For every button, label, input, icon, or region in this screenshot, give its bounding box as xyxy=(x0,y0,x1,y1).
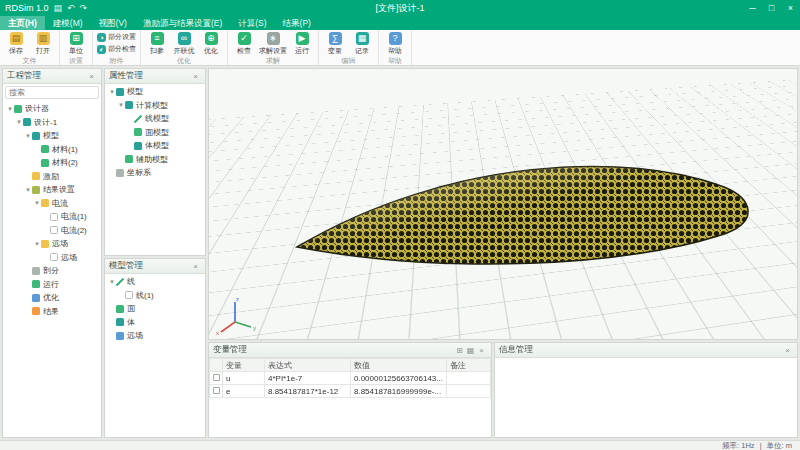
maximize-button[interactable]: □ xyxy=(762,0,781,16)
tree-item-line1[interactable]: 线(1) xyxy=(105,289,205,303)
menu-tab-view[interactable]: 视图(V) xyxy=(91,16,135,30)
expand-arrow[interactable]: ▾ xyxy=(108,88,116,96)
partial-check-button[interactable]: ◐ 部分检查 xyxy=(97,43,136,54)
tree-item-body[interactable]: 体 xyxy=(105,316,205,330)
button-label: 部分检查 xyxy=(108,44,136,54)
tree-item-model[interactable]: ▾模型 xyxy=(105,85,205,99)
variable-expression-cell[interactable]: 4*PI*1e-7 xyxy=(265,372,351,385)
expand-arrow[interactable]: ▾ xyxy=(33,199,41,207)
project-tree: ▾设计器 ▾设计-1 ▾模型 材料(1) 材料(2) 激励 ▾结果设置 ▾电流 … xyxy=(3,101,101,318)
tree-item-current[interactable]: ▾电流 xyxy=(3,197,101,211)
close-icon[interactable]: × xyxy=(190,69,201,84)
project-search-input[interactable] xyxy=(5,86,99,99)
close-icon[interactable]: × xyxy=(782,343,793,358)
solver-settings-button[interactable]: ∗ 求解设置 xyxy=(259,31,287,56)
optimize-button[interactable]: ⊕ 优化 xyxy=(199,31,223,56)
close-icon[interactable]: × xyxy=(476,343,487,358)
tree-item-designer[interactable]: ▾设计器 xyxy=(3,102,101,116)
titlebar: RDSim 1.0 ▤ ↶ ↷ [文件]设计-1 ─ □ × xyxy=(0,0,800,16)
mesh-object[interactable] xyxy=(209,69,798,340)
open-button[interactable]: ▥ 打开 xyxy=(31,31,55,56)
help-button[interactable]: ? 帮助 xyxy=(383,31,407,56)
units-icon: ⊞ xyxy=(70,32,83,45)
tree-item-calc-model[interactable]: ▾计算模型 xyxy=(105,99,205,113)
record-button[interactable]: ▦ 记录 xyxy=(350,31,374,56)
tree-item-farfield-folder[interactable]: ▾远场 xyxy=(3,237,101,251)
tree-item-line-model[interactable]: 线模型 xyxy=(105,112,205,126)
tree-item-material1[interactable]: 材料(1) xyxy=(3,143,101,157)
tree-item-design1[interactable]: ▾设计-1 xyxy=(3,116,101,130)
tree-item-farfield[interactable]: 远场 xyxy=(3,251,101,265)
column-header-value[interactable]: 数值 xyxy=(351,359,447,372)
menubar: 主页(H) 建模(M) 视图(V) 激励源与结果设置(E) 计算(S) 结果(P… xyxy=(0,16,800,30)
tree-item-farfield[interactable]: 远场 xyxy=(105,329,205,343)
info-panel-body xyxy=(495,358,797,437)
add-variable-icon[interactable]: ⊞ xyxy=(454,343,465,358)
tree-item-excitation[interactable]: 激励 xyxy=(3,170,101,184)
close-icon[interactable]: × xyxy=(86,69,97,84)
menu-tab-modeling[interactable]: 建模(M) xyxy=(45,16,91,30)
minimize-button[interactable]: ─ xyxy=(743,0,762,16)
variable-note-cell[interactable] xyxy=(447,385,491,398)
select-all-cell[interactable] xyxy=(210,359,223,372)
variable-row-u[interactable]: u 4*PI*1e-7 0.00000125663706143... xyxy=(210,372,491,385)
panel-title: 工程管理 xyxy=(7,70,86,82)
tree-item-model[interactable]: ▾模型 xyxy=(3,129,101,143)
save-button[interactable]: ▤ 保存 xyxy=(4,31,28,56)
menu-tab-compute[interactable]: 计算(S) xyxy=(230,16,274,30)
check-button[interactable]: ✓ 检查 xyxy=(232,31,256,56)
column-header-expression[interactable]: 表达式 xyxy=(265,359,351,372)
tree-item-run[interactable]: 运行 xyxy=(3,278,101,292)
tree-item-material2[interactable]: 材料(2) xyxy=(3,156,101,170)
redo-icon[interactable]: ↷ xyxy=(80,0,88,16)
tree-item-optimize[interactable]: 优化 xyxy=(3,291,101,305)
tree-item-current2[interactable]: 电流(2) xyxy=(3,224,101,238)
row-checkbox[interactable] xyxy=(213,374,220,381)
viewport-3d[interactable]: z x y xyxy=(208,68,798,340)
undo-icon[interactable]: ↶ xyxy=(67,0,75,16)
tree-item-face-model[interactable]: 面模型 xyxy=(105,126,205,140)
expand-arrow[interactable]: ▾ xyxy=(117,101,125,109)
tree-item-label: 模型 xyxy=(127,86,143,97)
row-checkbox[interactable] xyxy=(213,387,220,394)
expand-arrow[interactable]: ▾ xyxy=(33,240,41,248)
variables-button[interactable]: ∑ 变量 xyxy=(323,31,347,56)
variable-name-cell[interactable]: e xyxy=(223,385,265,398)
table-view-icon[interactable]: ▦ xyxy=(465,343,476,358)
tree-item-result-settings[interactable]: ▾结果设置 xyxy=(3,183,101,197)
menu-tab-results[interactable]: 结果(P) xyxy=(275,16,319,30)
expand-arrow[interactable]: ▾ xyxy=(6,105,14,113)
column-header-note[interactable]: 备注 xyxy=(447,359,491,372)
tree-item-label: 计算模型 xyxy=(136,100,168,111)
variable-name-cell[interactable]: u xyxy=(223,372,265,385)
partial-settings-button[interactable]: ◑ 部分设置 xyxy=(97,31,136,42)
run-button[interactable]: ▶ 运行 xyxy=(290,31,314,56)
tree-item-aux-model[interactable]: 辅助模型 xyxy=(105,153,205,167)
tree-item-result[interactable]: 结果 xyxy=(3,305,101,319)
quick-save-icon[interactable]: ▤ xyxy=(54,0,63,16)
group-label-edit: 编辑 xyxy=(323,56,374,65)
tree-item-current1[interactable]: 电流(1) xyxy=(3,210,101,224)
close-button[interactable]: × xyxy=(781,0,800,16)
menu-tab-excitation[interactable]: 激励源与结果设置(E) xyxy=(135,16,230,30)
variable-expression-cell[interactable]: 8.854187817*1e-12 xyxy=(265,385,351,398)
sweep-button[interactable]: ≡ 扫参 xyxy=(145,31,169,56)
tree-item-coordsys[interactable]: 坐标系 xyxy=(105,166,205,180)
tree-item-label: 体 xyxy=(127,317,135,328)
tree-item-face[interactable]: 面 xyxy=(105,302,205,316)
expand-arrow[interactable]: ▾ xyxy=(24,132,32,140)
units-button[interactable]: ⊞ 单位 xyxy=(64,31,88,56)
expand-arrow[interactable]: ▾ xyxy=(24,186,32,194)
tree-item-mesh[interactable]: 剖分 xyxy=(3,264,101,278)
tree-item-body-model[interactable]: 体模型 xyxy=(105,139,205,153)
tree-item-line[interactable]: ▾线 xyxy=(105,275,205,289)
column-header-variable[interactable]: 变量 xyxy=(223,359,265,372)
ribbon-group-file: ▤ 保存 ▥ 打开 文件 xyxy=(0,30,60,65)
expand-arrow[interactable]: ▾ xyxy=(108,278,116,286)
menu-tab-home[interactable]: 主页(H) xyxy=(0,16,45,30)
variable-note-cell[interactable] xyxy=(447,372,491,385)
expand-arrow[interactable]: ▾ xyxy=(15,118,23,126)
variable-row-e[interactable]: e 8.854187817*1e-12 8.854187816999999e-.… xyxy=(210,385,491,398)
close-icon[interactable]: × xyxy=(190,259,201,274)
colink-button[interactable]: ∞ 开联优 xyxy=(172,31,196,56)
